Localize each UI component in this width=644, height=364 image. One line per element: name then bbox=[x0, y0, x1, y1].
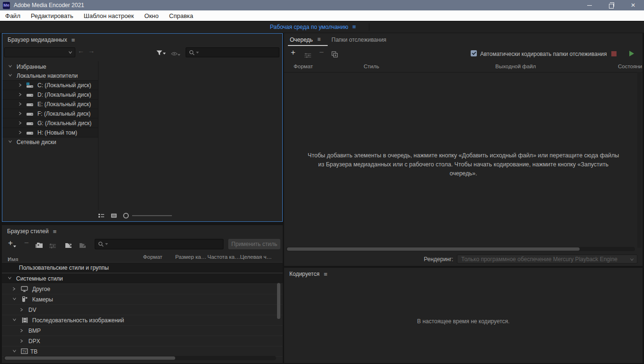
back-icon[interactable]: ← bbox=[78, 47, 84, 55]
encoding-panel: Кодируется ≡ В настоящее время не кодиру… bbox=[284, 268, 643, 363]
tab-watch-folders[interactable]: Папки отслеживания bbox=[331, 36, 386, 43]
preset-group-system[interactable]: Системные стили bbox=[2, 273, 283, 284]
menu-edit[interactable]: Редактировать bbox=[26, 12, 79, 19]
add-output-icon[interactable] bbox=[304, 51, 312, 61]
restore-button[interactable] bbox=[600, 0, 622, 10]
column-status[interactable]: Состояни bbox=[618, 64, 642, 69]
tree-item-drive-h[interactable]: H: (Новый том) bbox=[2, 128, 98, 137]
menu-bar: Файл Редактировать Шаблон настроек Окно … bbox=[0, 10, 644, 21]
add-source-button[interactable]: + bbox=[291, 48, 295, 57]
menu-file[interactable]: Файл bbox=[0, 12, 26, 19]
column-frame-size[interactable]: Размер ка… bbox=[175, 254, 206, 260]
tree-item-drive-c[interactable]: C: (Локальный диск) bbox=[2, 80, 98, 90]
workspace-divider bbox=[369, 23, 369, 31]
column-format[interactable]: Формат bbox=[294, 64, 313, 69]
menu-help[interactable]: Справка bbox=[164, 12, 198, 19]
import-preset-icon[interactable] bbox=[65, 241, 73, 251]
column-frame-rate[interactable]: Частота ка… bbox=[207, 254, 240, 260]
chevron-down-icon[interactable] bbox=[8, 73, 12, 77]
preset-vertical-scrollbar[interactable] bbox=[277, 283, 280, 319]
window-title: Adobe Media Encoder 2021 bbox=[14, 2, 84, 9]
tree-item-drive-g[interactable]: G: (Локальный диск) bbox=[2, 118, 98, 128]
thumbnail-view-icon[interactable] bbox=[111, 211, 117, 220]
forward-icon[interactable]: → bbox=[88, 47, 95, 55]
tab-queue[interactable]: Очередь bbox=[290, 36, 313, 43]
stop-queue-button[interactable] bbox=[611, 51, 617, 56]
add-preset-caret-icon bbox=[13, 246, 16, 247]
app-window: Me Adobe Media Encoder 2021 — ✕ Файл Ред… bbox=[0, 0, 644, 364]
minimize-button[interactable]: — bbox=[579, 0, 600, 10]
preset-item-bmp[interactable]: BMP bbox=[2, 326, 283, 336]
panel-menu-icon[interactable]: ≡ bbox=[72, 36, 75, 44]
apply-preset-button[interactable]: Применить стиль bbox=[228, 239, 280, 249]
renderer-dropdown[interactable]: Только программное обеспечение Mercury P… bbox=[457, 255, 637, 264]
chevron-down-icon[interactable] bbox=[8, 276, 12, 280]
panel-menu-icon[interactable]: ≡ bbox=[53, 228, 57, 235]
drive-icon bbox=[26, 130, 34, 137]
media-browser-title[interactable]: Браузер медиаданных bbox=[8, 36, 67, 43]
preset-item-cameras[interactable]: Камеры bbox=[2, 294, 283, 305]
tree-item-drive-e[interactable]: E: (Локальный диск) bbox=[2, 100, 98, 109]
ingest-eye-icon[interactable] bbox=[171, 49, 180, 58]
location-dropdown[interactable] bbox=[4, 47, 75, 57]
export-preset-icon[interactable] bbox=[79, 241, 87, 251]
slider-track[interactable] bbox=[132, 215, 172, 216]
close-button[interactable]: ✕ bbox=[622, 0, 644, 10]
start-queue-button[interactable] bbox=[629, 51, 634, 56]
chevron-down-icon[interactable] bbox=[8, 64, 12, 68]
chevron-down-icon[interactable] bbox=[8, 140, 12, 143]
preset-item-tv[interactable]: TV ТВ bbox=[2, 346, 283, 357]
list-view-icon[interactable] bbox=[98, 211, 105, 220]
chevron-right-icon[interactable] bbox=[12, 287, 16, 291]
queue-horizontal-scrollbar-track[interactable] bbox=[286, 247, 635, 251]
column-output-file[interactable]: Выходной файл bbox=[495, 64, 536, 69]
workspace-menu-icon[interactable]: ≡ bbox=[352, 23, 356, 30]
preset-item-image-sequence[interactable]: Последовательность изображений bbox=[2, 315, 283, 326]
preset-group-user[interactable]: Пользовательские стили и группы bbox=[2, 262, 283, 273]
chevron-right-icon[interactable] bbox=[18, 130, 22, 135]
preset-search-input[interactable] bbox=[95, 239, 224, 249]
preset-horizontal-scrollbar-track[interactable] bbox=[4, 356, 276, 360]
new-group-icon[interactable] bbox=[35, 241, 44, 251]
remove-preset-button[interactable]: − bbox=[24, 238, 29, 248]
menu-window[interactable]: Окно bbox=[139, 12, 164, 19]
preset-item-dv[interactable]: DV bbox=[2, 305, 283, 315]
filter-icon[interactable] bbox=[156, 49, 165, 57]
chevron-right-icon[interactable] bbox=[18, 102, 22, 106]
column-target-rate[interactable]: Целевая ч… bbox=[240, 254, 272, 260]
column-format[interactable]: Формат bbox=[143, 254, 162, 260]
workspace-tab[interactable]: Рабочая среда по умолчанию bbox=[270, 24, 348, 30]
chevron-down-icon[interactable] bbox=[12, 318, 17, 321]
auto-encode-checkbox[interactable] bbox=[471, 50, 477, 56]
preset-settings-icon[interactable] bbox=[49, 242, 56, 251]
tree-item-local-drives[interactable]: Локальные накопители bbox=[2, 71, 98, 80]
menu-preset[interactable]: Шаблон настроек bbox=[79, 12, 139, 19]
preset-horizontal-scrollbar[interactable] bbox=[5, 356, 175, 360]
chevron-down-icon[interactable] bbox=[12, 297, 17, 300]
chevron-right-icon[interactable] bbox=[20, 308, 23, 312]
chevron-right-icon[interactable] bbox=[20, 339, 23, 343]
preset-item-other[interactable]: Другое bbox=[2, 284, 283, 294]
add-preset-button[interactable]: + bbox=[8, 238, 13, 248]
tree-item-drive-f[interactable]: F: (Локальный диск) bbox=[2, 109, 98, 118]
duplicate-icon[interactable] bbox=[331, 51, 338, 60]
thumbnail-size-slider[interactable] bbox=[123, 213, 129, 218]
tree-item-drive-d[interactable]: D: (Локальный диск) bbox=[2, 90, 98, 100]
chevron-right-icon[interactable] bbox=[18, 92, 22, 97]
panel-menu-icon[interactable]: ≡ bbox=[317, 36, 321, 43]
chevron-right-icon[interactable] bbox=[18, 121, 22, 125]
tree-item-network-drives[interactable]: Сетевые диски bbox=[2, 137, 98, 146]
media-search-input[interactable] bbox=[186, 47, 279, 57]
column-preset[interactable]: Стиль bbox=[364, 64, 379, 69]
chevron-down-icon[interactable] bbox=[12, 349, 17, 353]
preset-item-dpx[interactable]: DPX bbox=[2, 336, 283, 346]
chevron-right-icon[interactable] bbox=[18, 111, 22, 116]
panel-menu-icon[interactable]: ≡ bbox=[324, 271, 328, 278]
queue-horizontal-scrollbar[interactable] bbox=[287, 247, 580, 251]
chevron-right-icon[interactable] bbox=[20, 328, 23, 333]
encoding-title[interactable]: Кодируется bbox=[289, 271, 320, 277]
preset-browser-title[interactable]: Браузер стилей bbox=[7, 228, 49, 235]
remove-button[interactable]: − bbox=[319, 48, 324, 57]
tree-item-favorites[interactable]: Избранные bbox=[2, 62, 98, 71]
chevron-right-icon[interactable] bbox=[18, 83, 22, 87]
